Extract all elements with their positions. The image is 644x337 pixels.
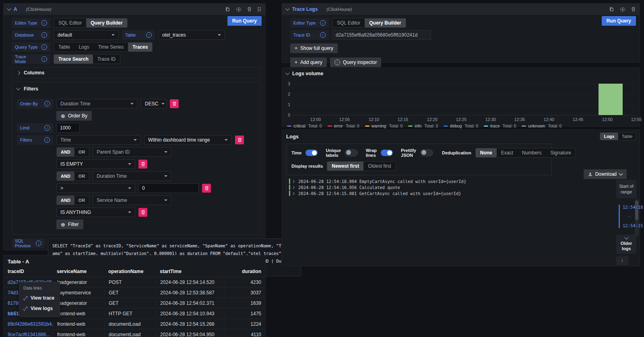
order-by-field-select[interactable]: Duration Time	[56, 99, 138, 109]
time-toggle[interactable]	[305, 150, 318, 156]
collapse-chevron-icon[interactable]	[286, 7, 290, 11]
trash-icon[interactable]	[247, 7, 252, 12]
expand-chevron-icon[interactable]: ❯	[293, 179, 296, 183]
col-header-duration[interactable]: duration	[224, 269, 265, 274]
legend-critical[interactable]: criticalTotal: 0	[287, 123, 322, 128]
info-icon[interactable]: i	[41, 56, 47, 62]
filter-op-select[interactable]: Within dashboard time range	[144, 135, 232, 145]
info-icon[interactable]: i	[320, 32, 326, 38]
collapse-chevron-icon[interactable]	[286, 71, 290, 75]
dedup-exact[interactable]: Exact	[497, 148, 518, 157]
remove-filter-button[interactable]	[235, 136, 244, 144]
condition-op-select[interactable]: IS EMPTY	[56, 159, 135, 169]
filters-section-header[interactable]: Filters	[12, 84, 260, 94]
info-icon[interactable]: i	[44, 137, 50, 143]
legend-warning[interactable]: warningTotal: 0	[365, 123, 403, 128]
info-icon[interactable]: i	[41, 44, 47, 50]
expand-chevron-icon[interactable]: ❯	[293, 191, 296, 195]
sql-editor-option[interactable]: SQL Editor	[54, 18, 86, 27]
add-query-button[interactable]: +Add query	[290, 58, 327, 67]
duplicate-icon[interactable]	[225, 7, 230, 12]
scroll-to-top-button[interactable]: ↑	[616, 256, 628, 265]
run-query-button[interactable]: Run Query	[227, 16, 262, 26]
drag-handle-icon[interactable]	[257, 7, 261, 12]
log-row[interactable]: ❯2024-06-28 12:54:18.004 EmptyCartAsync …	[289, 178, 611, 184]
add-filter-button[interactable]: ⊕Filter	[56, 220, 83, 229]
dedup-numbers[interactable]: Numbers	[518, 148, 546, 157]
condition-op-select[interactable]: IS ANYTHING	[56, 208, 135, 217]
trace-id-option[interactable]: Trace ID	[93, 55, 120, 64]
oldest-first-option[interactable]: Oldest first	[363, 162, 395, 171]
older-logs-button[interactable]: Older logs	[616, 234, 636, 254]
trash-icon[interactable]	[631, 7, 636, 12]
collapse-chevron-icon[interactable]	[7, 7, 11, 11]
condition-field-select[interactable]: Duration Time	[93, 171, 171, 181]
condition-field-select[interactable]: Parent Span ID	[93, 147, 171, 157]
limit-input[interactable]: 1000	[56, 123, 80, 133]
condition-field-select[interactable]: Service Name	[93, 195, 171, 205]
trace-search-option[interactable]: Trace Search	[54, 55, 93, 64]
or-option[interactable]: OR	[74, 172, 89, 181]
show-full-query-button[interactable]: +Show full query	[290, 43, 338, 53]
query-builder-option[interactable]: Query Builder	[86, 18, 127, 27]
dedup-none[interactable]: None	[476, 148, 497, 157]
legend-error[interactable]: errorTotal: 0	[328, 123, 359, 128]
eye-icon[interactable]	[620, 7, 625, 12]
col-header-servicename[interactable]: serviceName	[53, 269, 104, 274]
filter-field-select[interactable]: Time	[56, 135, 141, 145]
remove-order-by-button[interactable]	[170, 99, 179, 108]
view-logs-menu-item[interactable]: View logs	[19, 303, 60, 314]
info-icon[interactable]: i	[44, 125, 50, 131]
query-builder-option[interactable]: Query Builder	[365, 18, 405, 27]
table-view-option[interactable]: Table	[618, 133, 636, 140]
trace-id-link[interactable]: 9ce7acf61341886...	[4, 332, 53, 337]
prettify-json-toggle[interactable]	[420, 149, 433, 156]
col-header-starttime[interactable]: startTime	[156, 269, 224, 274]
view-trace-menu-item[interactable]: View trace	[19, 293, 60, 303]
legend-info[interactable]: infoTotal: 3	[408, 123, 438, 128]
database-select[interactable]: default	[54, 30, 119, 40]
expand-chevron-icon[interactable]: ❯	[293, 185, 296, 189]
info-icon[interactable]: i	[146, 32, 152, 38]
info-icon[interactable]: i	[41, 20, 47, 26]
log-row[interactable]: ❯2024-06-28 12:54:16.956 Calculated quot…	[289, 184, 611, 190]
and-option[interactable]: AND	[57, 172, 74, 181]
add-order-by-button[interactable]: ⊕Order By	[56, 111, 92, 121]
condition-op-select[interactable]: >	[56, 183, 135, 193]
info-icon[interactable]: i	[44, 101, 50, 107]
dedup-signature[interactable]: Signature	[546, 148, 575, 157]
remove-condition-button[interactable]	[138, 160, 147, 168]
info-icon[interactable]: i	[41, 32, 47, 38]
remove-condition-button[interactable]	[138, 208, 147, 217]
newest-first-option[interactable]: Newest first	[327, 162, 363, 171]
table-select[interactable]: otel_traces	[158, 30, 225, 40]
col-header-traceid[interactable]: traceID	[4, 269, 53, 274]
duplicate-icon[interactable]	[609, 7, 614, 12]
legend-unknown[interactable]: unknownTotal: 0	[522, 123, 561, 128]
col-header-operationname[interactable]: operationName	[104, 269, 156, 274]
wrap-lines-toggle[interactable]	[381, 150, 393, 156]
logs-view-option[interactable]: Logs	[600, 133, 618, 140]
or-option[interactable]: OR	[74, 148, 89, 156]
query-type-timeseries[interactable]: Time Series	[94, 43, 128, 51]
remove-condition-button[interactable]	[202, 184, 211, 193]
trace-id-link[interactable]: 89cf4286e631591b4...	[4, 321, 53, 327]
info-bar[interactable]	[599, 84, 623, 115]
eye-icon[interactable]	[236, 7, 242, 12]
and-option[interactable]: AND	[57, 148, 74, 156]
condition-value-input[interactable]: 0	[138, 183, 199, 193]
order-by-direction-select[interactable]: DESC	[141, 99, 167, 109]
download-button[interactable]: Download	[584, 169, 627, 179]
sql-editor-option[interactable]: SQL Editor	[332, 18, 365, 27]
unique-labels-toggle[interactable]	[345, 149, 358, 156]
or-option[interactable]: OR	[74, 196, 89, 205]
trace-id-input[interactable]: d2a7155ef6a928a05680e5ff6190241d	[332, 30, 431, 40]
and-option[interactable]: AND	[57, 196, 74, 205]
info-icon[interactable]: i	[320, 20, 326, 26]
columns-section-header[interactable]: Columns	[12, 68, 260, 78]
legend-debug[interactable]: debugTotal: 0	[444, 123, 478, 128]
query-type-traces[interactable]: Traces	[128, 43, 152, 51]
run-query-button[interactable]: Run Query	[602, 16, 636, 26]
log-row[interactable]: ❯2024-06-28 12:54:15.081 GetCartAsync ca…	[289, 190, 611, 196]
query-inspector-button[interactable]: iQuery inspector	[330, 58, 382, 67]
